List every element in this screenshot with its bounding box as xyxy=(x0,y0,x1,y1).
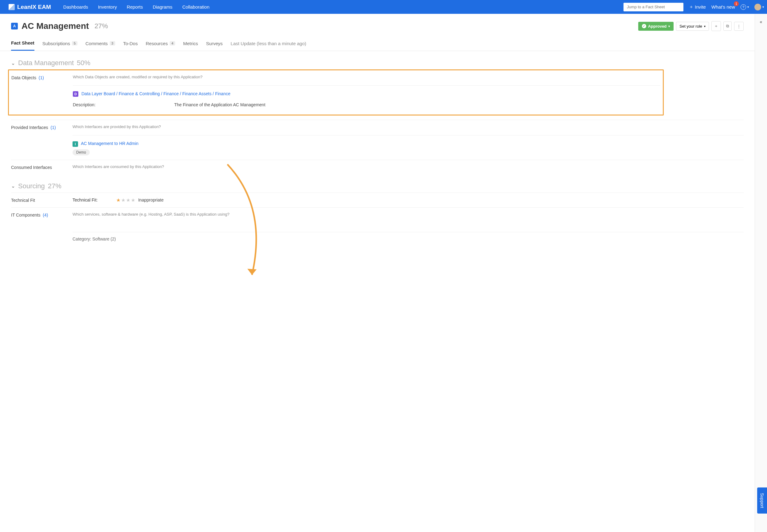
copy-icon: ⧉ xyxy=(726,24,729,29)
status-label: Approved xyxy=(648,24,667,29)
tab-label: Resources xyxy=(146,41,168,46)
highlight-annotation: Data Objects (1) Which Data Objects are … xyxy=(8,69,664,115)
field-hint: Which Data Objects are created, modified… xyxy=(73,75,660,79)
tab-comments[interactable]: Comments 3 xyxy=(85,40,115,51)
support-button[interactable]: Support xyxy=(757,487,767,514)
tab-surveys[interactable]: Surveys xyxy=(206,40,222,51)
description-value: The Finance of the Application AC Manage… xyxy=(174,102,265,107)
interface-badge-icon: I xyxy=(72,141,78,147)
invite-button[interactable]: ＋ Invite xyxy=(689,4,706,10)
rating-text: Inappropriate xyxy=(138,198,164,202)
plus-icon: ＋ xyxy=(689,4,694,10)
star-icon: ★ xyxy=(131,197,135,203)
chevron-down-icon: ▾ xyxy=(762,5,764,9)
star-icon: ★ xyxy=(126,197,130,203)
row-label: Provided Interfaces (1) xyxy=(11,124,72,155)
field-hint: Which Interfaces are provided by this Ap… xyxy=(72,124,744,129)
star-rating[interactable]: ★ ★ ★ ★ Inappropriate xyxy=(116,197,164,203)
section-data-management: ⌄ Data Management 50% Data Objects (1) W… xyxy=(11,59,744,174)
data-object-link[interactable]: D Data Layer Board / Finance & Controlli… xyxy=(73,91,660,97)
row-data-objects: Data Objects (1) Which Data Objects are … xyxy=(11,73,660,111)
completion-percentage: 27% xyxy=(94,22,108,30)
set-role-label: Set your role xyxy=(679,24,702,29)
tab-count: 3 xyxy=(110,41,115,45)
section-sourcing: ⌄ Sourcing 27% Technical Fit Technical F… xyxy=(11,182,744,246)
interface-link[interactable]: I AC Management to HR Admin xyxy=(72,141,744,147)
nav-dashboards[interactable]: Dashboards xyxy=(63,4,88,10)
main-content: A AC Management 27% ✓ Approved ▾ Set you… xyxy=(0,14,755,532)
tab-metrics[interactable]: Metrics xyxy=(183,40,198,51)
row-it-components: IT Components (4) Which services, softwa… xyxy=(11,207,744,246)
data-object-badge-icon: D xyxy=(73,91,78,97)
row-label: Technical Fit xyxy=(11,197,72,203)
more-button[interactable]: ⋮ xyxy=(734,22,744,31)
avatar xyxy=(754,4,761,10)
search-input[interactable] xyxy=(624,3,683,11)
star-icon: ★ xyxy=(121,197,125,203)
section-title: Data Management xyxy=(18,59,74,67)
star-icon: ★ xyxy=(116,197,120,203)
description-label: Description: xyxy=(73,102,174,107)
nav-inventory[interactable]: Inventory xyxy=(98,4,117,10)
section-toggle[interactable]: ⌄ Data Management 50% xyxy=(11,59,744,67)
collapse-panel-icon[interactable]: « xyxy=(760,19,762,24)
tab-subscriptions[interactable]: Subscriptions 5 xyxy=(42,40,77,51)
field-sublabel: Technical Fit: xyxy=(72,198,98,202)
top-nav: LeanIX EAM Dashboards Inventory Reports … xyxy=(0,0,767,14)
row-technical-fit: Technical Fit Technical Fit: ★ ★ ★ ★ Ina… xyxy=(11,193,744,207)
whats-new-label: What's new xyxy=(711,4,735,10)
field-count: (4) xyxy=(43,213,48,217)
application-type-badge: A xyxy=(11,23,18,29)
row-label: Consumed Interfaces xyxy=(11,164,72,170)
field-hint: Which Interfaces are consumed by this Ap… xyxy=(72,164,744,169)
question-icon: ? xyxy=(741,4,746,10)
tag-pill[interactable]: Demo xyxy=(72,149,90,155)
row-label: Data Objects (1) xyxy=(11,75,73,107)
chevron-down-icon: ▾ xyxy=(704,25,706,28)
section-percentage: 27% xyxy=(48,182,61,190)
set-role-button[interactable]: Set your role ▾ xyxy=(676,22,709,31)
section-toggle[interactable]: ⌄ Sourcing 27% xyxy=(11,182,744,190)
plus-icon: ＋ xyxy=(714,23,718,29)
tab-resources[interactable]: Resources 4 xyxy=(146,40,175,51)
field-label: Provided Interfaces xyxy=(11,125,48,130)
svg-marker-0 xyxy=(247,269,256,275)
field-label: Data Objects xyxy=(11,75,36,80)
add-button[interactable]: ＋ xyxy=(711,21,721,31)
tab-label: Subscriptions xyxy=(42,41,70,46)
nav-diagrams[interactable]: Diagrams xyxy=(153,4,172,10)
side-panel-collapsed: « xyxy=(755,14,767,532)
header-actions: ✓ Approved ▾ Set your role ▾ ＋ ⧉ ⋮ xyxy=(638,21,744,31)
tab-label: Comments xyxy=(85,41,108,46)
tab-last-update[interactable]: Last Update (less than a minute ago) xyxy=(231,40,306,51)
status-button[interactable]: ✓ Approved ▾ xyxy=(638,22,674,31)
row-provided-interfaces: Provided Interfaces (1) Which Interfaces… xyxy=(11,120,744,159)
category-header: Category: Software (2) xyxy=(72,237,116,241)
invite-label: Invite xyxy=(695,4,706,10)
tab-factsheet[interactable]: Fact Sheet xyxy=(11,40,34,51)
link-text: Data Layer Board / Finance & Controlling… xyxy=(81,91,230,96)
tab-todos[interactable]: To-Dos xyxy=(123,40,138,51)
nav-right: ＋ Invite What's new 1 ? ▾ ▾ xyxy=(624,3,764,11)
field-count: (1) xyxy=(51,125,56,130)
notification-badge: 1 xyxy=(734,1,739,6)
field-hint: Which services, software & hardware (e.g… xyxy=(72,212,744,217)
copy-button[interactable]: ⧉ xyxy=(723,22,732,31)
nav-reports[interactable]: Reports xyxy=(127,4,143,10)
help-menu[interactable]: ? ▾ xyxy=(741,4,749,10)
brand-logo[interactable]: LeanIX EAM xyxy=(9,4,51,10)
nav-collaboration[interactable]: Collaboration xyxy=(182,4,209,10)
chevron-down-icon: ▾ xyxy=(747,5,749,9)
user-menu[interactable]: ▾ xyxy=(754,4,764,10)
page-header: A AC Management 27% ✓ Approved ▾ Set you… xyxy=(11,21,744,31)
brand-name: LeanIX EAM xyxy=(17,4,51,10)
more-icon: ⋮ xyxy=(737,24,741,29)
field-count: (1) xyxy=(39,75,44,80)
page-title: AC Management xyxy=(22,21,89,31)
field-label: IT Components xyxy=(11,213,40,217)
whats-new-button[interactable]: What's new 1 xyxy=(711,4,735,10)
field-label: Technical Fit xyxy=(11,198,35,203)
check-icon: ✓ xyxy=(642,24,646,28)
tab-count: 4 xyxy=(170,41,175,45)
section-title: Sourcing xyxy=(18,182,45,190)
